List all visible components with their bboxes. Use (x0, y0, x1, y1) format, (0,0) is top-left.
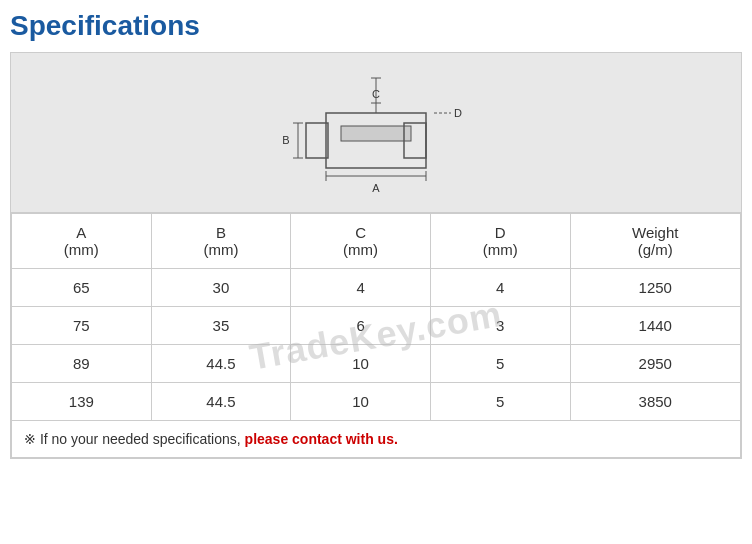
cell-c: 4 (291, 269, 431, 307)
cell-b: 35 (151, 307, 291, 345)
cell-b: 44.5 (151, 383, 291, 421)
footer-row: ※ If no your needed specifications, plea… (12, 421, 741, 458)
table-row: 6530441250 (12, 269, 741, 307)
spec-container: A B C D TradeKey.com A (10, 52, 742, 459)
technical-diagram: A B C D (266, 68, 486, 198)
svg-text:D: D (454, 107, 462, 119)
footer-contact-link[interactable]: please contact with us. (245, 431, 398, 447)
svg-rect-2 (306, 123, 328, 158)
page-title: Specifications (10, 10, 742, 42)
table-header-row: A (mm) B (mm) C (mm) D (mm) (12, 214, 741, 269)
cell-d: 4 (430, 269, 570, 307)
svg-rect-1 (341, 126, 411, 141)
table-row: 7535631440 (12, 307, 741, 345)
cell-c: 10 (291, 345, 431, 383)
specifications-table: A (mm) B (mm) C (mm) D (mm) (11, 213, 741, 458)
cell-b: 44.5 (151, 345, 291, 383)
cell-weight: 2950 (570, 345, 740, 383)
col-header-d: D (mm) (430, 214, 570, 269)
col-header-weight: Weight (g/m) (570, 214, 740, 269)
cell-d: 5 (430, 383, 570, 421)
table-row: 8944.51052950 (12, 345, 741, 383)
cell-weight: 1250 (570, 269, 740, 307)
col-header-a: A (mm) (12, 214, 152, 269)
cell-weight: 3850 (570, 383, 740, 421)
footer-cell: ※ If no your needed specifications, plea… (12, 421, 741, 458)
footer-prefix: ※ If no your needed specifications, (24, 431, 245, 447)
cell-a: 65 (12, 269, 152, 307)
svg-text:B: B (282, 134, 289, 146)
cell-weight: 1440 (570, 307, 740, 345)
cell-a: 75 (12, 307, 152, 345)
cell-a: 139 (12, 383, 152, 421)
col-header-c: C (mm) (291, 214, 431, 269)
table-row: 13944.51053850 (12, 383, 741, 421)
svg-text:A: A (372, 182, 380, 194)
cell-d: 3 (430, 307, 570, 345)
diagram-area: A B C D (11, 53, 741, 213)
cell-b: 30 (151, 269, 291, 307)
cell-a: 89 (12, 345, 152, 383)
col-header-b: B (mm) (151, 214, 291, 269)
table-wrapper: TradeKey.com A (mm) B (mm) C (mm) (11, 213, 741, 458)
cell-c: 6 (291, 307, 431, 345)
cell-d: 5 (430, 345, 570, 383)
cell-c: 10 (291, 383, 431, 421)
